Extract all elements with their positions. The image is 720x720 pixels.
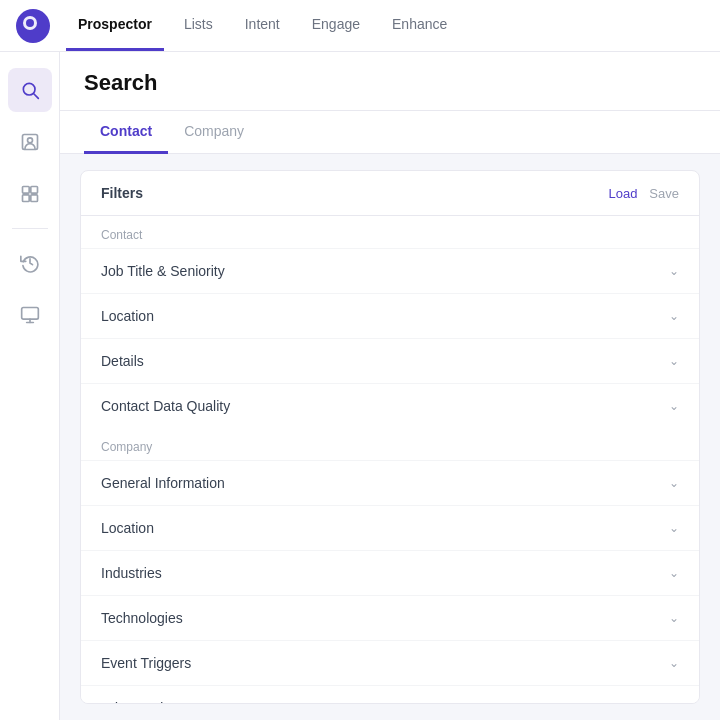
contact-section-label: Contact bbox=[81, 216, 699, 248]
filters-label: Filters bbox=[101, 185, 143, 201]
nav-link-enhance[interactable]: Enhance bbox=[380, 0, 459, 51]
svg-rect-8 bbox=[30, 187, 37, 194]
sidebar-item-templates[interactable] bbox=[8, 293, 52, 337]
lists-icon bbox=[20, 184, 40, 204]
svg-rect-10 bbox=[30, 195, 37, 202]
chevron-down-icon: ⌄ bbox=[669, 476, 679, 490]
chevron-down-icon: ⌄ bbox=[669, 521, 679, 535]
chevron-down-icon: ⌄ bbox=[669, 566, 679, 580]
page-title: Search bbox=[84, 70, 157, 95]
filter-item-location[interactable]: Location ⌄ bbox=[81, 293, 699, 338]
filter-item-general-information[interactable]: General Information ⌄ bbox=[81, 460, 699, 505]
sidebar-item-history[interactable] bbox=[8, 241, 52, 285]
sidebar-item-lists[interactable] bbox=[8, 172, 52, 216]
sidebar-item-contacts[interactable] bbox=[8, 120, 52, 164]
chevron-down-icon: ⌄ bbox=[669, 656, 679, 670]
filters-actions: Load Save bbox=[608, 186, 679, 201]
tab-company[interactable]: Company bbox=[168, 111, 260, 154]
save-button[interactable]: Save bbox=[649, 186, 679, 201]
history-icon bbox=[20, 253, 40, 273]
load-button[interactable]: Load bbox=[608, 186, 637, 201]
chevron-down-icon: ⌄ bbox=[669, 611, 679, 625]
company-section-label: Company bbox=[81, 428, 699, 460]
chevron-down-icon: ⌄ bbox=[669, 701, 679, 704]
filter-item-details[interactable]: Details ⌄ bbox=[81, 338, 699, 383]
filter-item-job-title-seniority[interactable]: Job Title & Seniority ⌄ bbox=[81, 248, 699, 293]
tabs-container: Contact Company bbox=[60, 111, 720, 154]
logo-icon[interactable] bbox=[16, 9, 50, 43]
nav-link-lists[interactable]: Lists bbox=[172, 0, 225, 51]
main-layout: Search Contact Company Filters Load Save… bbox=[0, 52, 720, 720]
nav-links: Prospector Lists Intent Engage Enhance bbox=[66, 0, 459, 51]
filters-header: Filters Load Save bbox=[81, 171, 699, 216]
chevron-down-icon: ⌄ bbox=[669, 309, 679, 323]
filter-item-advanced[interactable]: Advanced ⌄ bbox=[81, 685, 699, 704]
filter-item-contact-data-quality[interactable]: Contact Data Quality ⌄ bbox=[81, 383, 699, 428]
top-nav: Prospector Lists Intent Engage Enhance bbox=[0, 0, 720, 52]
nav-link-engage[interactable]: Engage bbox=[300, 0, 372, 51]
chevron-down-icon: ⌄ bbox=[669, 264, 679, 278]
nav-link-prospector[interactable]: Prospector bbox=[66, 0, 164, 51]
svg-line-4 bbox=[33, 94, 38, 99]
filters-panel: Filters Load Save Contact Job Title & Se… bbox=[80, 170, 700, 704]
svg-point-2 bbox=[26, 19, 34, 27]
sidebar-divider bbox=[12, 228, 48, 229]
svg-rect-11 bbox=[21, 308, 38, 320]
content-area: Search Contact Company Filters Load Save… bbox=[60, 52, 720, 720]
filter-item-industries[interactable]: Industries ⌄ bbox=[81, 550, 699, 595]
filter-item-technologies[interactable]: Technologies ⌄ bbox=[81, 595, 699, 640]
chevron-down-icon: ⌄ bbox=[669, 399, 679, 413]
page-title-bar: Search bbox=[60, 52, 720, 111]
nav-link-intent[interactable]: Intent bbox=[233, 0, 292, 51]
search-icon bbox=[20, 80, 40, 100]
svg-rect-9 bbox=[22, 195, 29, 202]
tab-contact[interactable]: Contact bbox=[84, 111, 168, 154]
svg-point-6 bbox=[27, 138, 32, 143]
templates-icon bbox=[20, 305, 40, 325]
sidebar bbox=[0, 52, 60, 720]
chevron-down-icon: ⌄ bbox=[669, 354, 679, 368]
contacts-icon bbox=[20, 132, 40, 152]
filter-item-company-location[interactable]: Location ⌄ bbox=[81, 505, 699, 550]
filter-item-event-triggers[interactable]: Event Triggers ⌄ bbox=[81, 640, 699, 685]
svg-rect-7 bbox=[22, 187, 29, 194]
sidebar-item-search[interactable] bbox=[8, 68, 52, 112]
